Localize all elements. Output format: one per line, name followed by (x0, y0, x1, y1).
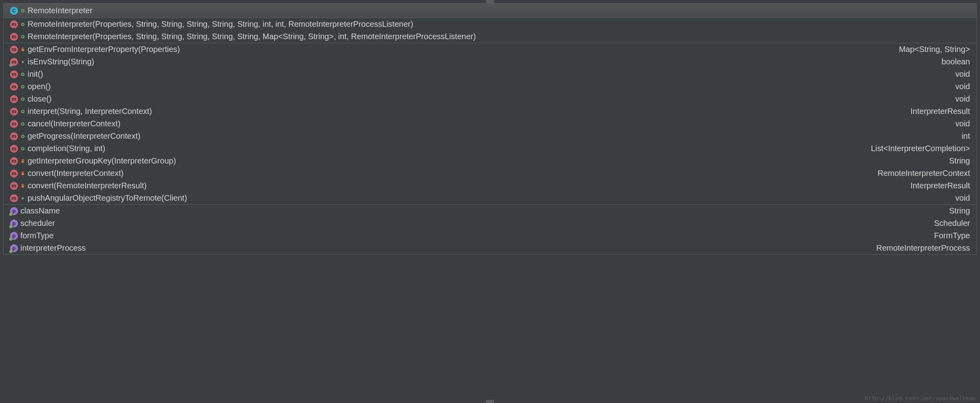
method-name: interpret(String, InterpreterContext) (28, 107, 906, 116)
property-row[interactable]: p interpreterProcess RemoteInterpreterPr… (4, 242, 976, 254)
package-icon (20, 59, 26, 65)
return-type: InterpreterResult (910, 107, 970, 116)
property-row[interactable]: p formType FormType (4, 229, 976, 242)
class-header-row[interactable]: C RemoteInterpreter (4, 4, 976, 18)
method-row[interactable]: m completion(String, int) List<Interpret… (4, 142, 976, 155)
property-icon: p (10, 207, 18, 215)
constructor-signature: RemoteInterpreter(Properties, String, St… (28, 32, 970, 41)
method-row[interactable]: m convert(RemoteInterpreterResult) Inter… (4, 180, 976, 192)
method-icon: m (10, 194, 18, 202)
constructor-row[interactable]: m RemoteInterpreter(Properties, String, … (4, 30, 976, 43)
public-icon (20, 96, 26, 102)
svg-point-5 (22, 73, 24, 75)
resize-handle-top[interactable] (486, 0, 494, 3)
return-type: void (955, 194, 970, 203)
method-icon: m (10, 182, 18, 190)
property-icon: p (10, 232, 18, 240)
svg-point-10 (22, 135, 24, 137)
package-icon (20, 195, 26, 202)
public-icon (20, 108, 26, 115)
property-icon: p (10, 244, 18, 252)
method-row[interactable]: m getEnvFromInterpreterProperty(Properti… (4, 43, 976, 56)
property-row[interactable]: p scheduler Scheduler (4, 217, 976, 229)
private-icon (20, 183, 26, 189)
return-type: void (955, 82, 970, 91)
method-name: pushAngularObjectRegistryToRemote(Client… (28, 194, 950, 203)
svg-point-4 (22, 61, 24, 63)
svg-point-6 (22, 85, 24, 88)
return-type: InterpreterResult (910, 181, 970, 190)
method-icon: m (10, 20, 18, 28)
method-row[interactable]: m open() void (4, 80, 976, 93)
method-name: close() (28, 94, 950, 104)
public-icon (20, 8, 26, 14)
svg-rect-14 (22, 186, 24, 188)
method-row[interactable]: m init() void (4, 68, 976, 80)
return-type: int (962, 132, 970, 141)
method-icon: m (10, 46, 18, 54)
method-name: convert(RemoteInterpreterResult) (28, 181, 906, 190)
svg-point-9 (22, 122, 24, 125)
method-name: getInterpreterGroupKey(InterpreterGroup) (28, 156, 944, 166)
return-type: RemoteInterpreterContext (878, 169, 970, 178)
getter-indicator-icon (9, 250, 12, 253)
svg-point-8 (22, 110, 24, 112)
return-type: void (955, 119, 970, 128)
class-name: RemoteInterpreter (28, 6, 970, 15)
properties-section: p className String p scheduler Scheduler… (4, 205, 976, 254)
getter-indicator-icon (9, 213, 12, 216)
method-row[interactable]: m convert(InterpreterContext) RemoteInte… (4, 167, 976, 180)
method-row[interactable]: m getInterpreterGroupKey(InterpreterGrou… (4, 155, 976, 167)
property-name: className (20, 206, 944, 215)
public-icon (20, 71, 26, 78)
method-icon: m (10, 120, 18, 128)
public-icon (20, 146, 26, 152)
public-icon (20, 21, 26, 28)
method-row[interactable]: m getProgress(InterpreterContext) int (4, 130, 976, 142)
method-row[interactable]: m interpret(String, InterpreterContext) … (4, 105, 976, 118)
return-type: FormType (934, 231, 970, 240)
return-type: Scheduler (934, 219, 970, 228)
return-type: boolean (942, 57, 970, 66)
svg-point-2 (22, 35, 24, 38)
method-name: getProgress(InterpreterContext) (28, 132, 957, 141)
structure-popup: C RemoteInterpreter m RemoteInterpreter(… (3, 3, 977, 255)
method-name: cancel(InterpreterContext) (28, 119, 950, 128)
return-type: String (949, 156, 970, 166)
getter-indicator-icon (9, 225, 12, 228)
method-name: completion(String, int) (28, 144, 866, 153)
method-name: getEnvFromInterpreterProperty(Properties… (28, 45, 894, 54)
svg-point-7 (22, 98, 24, 100)
method-row[interactable]: m isEnvString(String) boolean (4, 56, 976, 68)
return-type: String (949, 206, 970, 215)
method-name: isEnvString(String) (28, 57, 937, 66)
return-type: void (955, 70, 970, 79)
property-row[interactable]: p className String (4, 205, 976, 217)
method-icon: m (10, 95, 18, 103)
method-icon: m (10, 132, 18, 140)
method-row[interactable]: m close() void (4, 93, 976, 105)
svg-point-1 (22, 23, 24, 25)
property-name: formType (20, 231, 929, 240)
private-icon (20, 46, 26, 53)
public-icon (20, 133, 26, 140)
method-icon: m (10, 70, 18, 78)
method-name: init() (28, 70, 950, 79)
return-type: List<InterpreterCompletion> (871, 144, 970, 153)
constructor-row[interactable]: m RemoteInterpreter(Properties, String, … (4, 18, 976, 30)
svg-rect-12 (22, 161, 24, 163)
svg-point-0 (22, 9, 24, 12)
svg-point-15 (22, 197, 24, 199)
method-icon: m (10, 145, 18, 153)
method-icon: m (10, 157, 18, 165)
public-icon (20, 34, 26, 40)
method-icon: m (10, 83, 18, 91)
method-row[interactable]: m pushAngularObjectRegistryToRemote(Clie… (4, 192, 976, 204)
resize-handle-bottom[interactable] (486, 400, 494, 403)
property-name: interpreterProcess (20, 243, 871, 253)
method-icon: m (10, 33, 18, 41)
svg-rect-13 (22, 173, 24, 175)
public-icon (20, 84, 26, 90)
method-row[interactable]: m cancel(InterpreterContext) void (4, 118, 976, 130)
method-icon: m (10, 58, 18, 66)
